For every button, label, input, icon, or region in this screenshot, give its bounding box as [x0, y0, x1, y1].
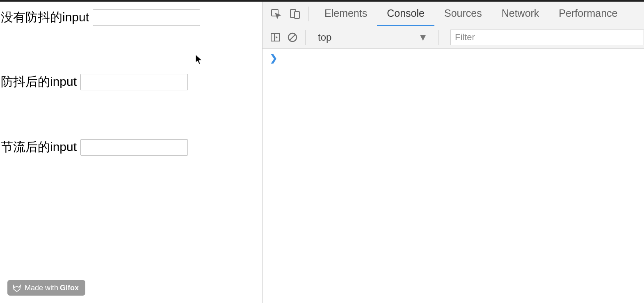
tab-sources[interactable]: Sources	[434, 2, 492, 26]
tab-console[interactable]: Console	[377, 2, 434, 26]
tab-elements[interactable]: Elements	[315, 2, 377, 26]
svg-rect-2	[295, 11, 299, 18]
chevron-down-icon: ▼	[418, 32, 428, 43]
field-row-debounce: 防抖后的input	[0, 73, 262, 90]
gifox-brand: Gifox	[60, 284, 79, 292]
field-row-nodebounce: 没有防抖的input	[0, 9, 262, 26]
separator	[438, 30, 439, 45]
devtools-tabbar: Elements Console Sources Network Perform…	[263, 2, 644, 26]
fox-icon	[12, 283, 21, 292]
gifox-prefix: Made with	[25, 284, 58, 292]
label-throttle: 节流后的input	[1, 139, 77, 156]
input-nodebounce[interactable]	[93, 9, 200, 26]
context-selector-label: top	[318, 32, 331, 43]
toggle-device-icon[interactable]	[285, 5, 304, 23]
devtools-panel: Elements Console Sources Network Perform…	[263, 2, 644, 303]
label-nodebounce: 没有防抖的input	[1, 9, 89, 26]
tab-console-label: Console	[387, 7, 425, 19]
svg-line-6	[290, 34, 295, 40]
tab-network[interactable]: Network	[492, 2, 549, 26]
input-debounce[interactable]	[80, 74, 188, 90]
main-area: 没有防抖的input 防抖后的input 节流后的input Made with…	[0, 2, 644, 303]
label-debounce: 防抖后的input	[1, 73, 77, 90]
console-prompt-icon: ❯	[270, 53, 277, 63]
input-throttle[interactable]	[80, 139, 188, 156]
cursor-icon	[195, 54, 203, 65]
context-selector[interactable]: top ▼	[311, 32, 434, 43]
console-body[interactable]: ❯	[263, 49, 644, 303]
separator	[305, 30, 306, 45]
filter-box	[450, 30, 644, 45]
console-toolbar: top ▼	[263, 26, 644, 49]
svg-rect-3	[271, 34, 279, 41]
tab-performance-label: Performance	[559, 7, 617, 19]
gifox-badge[interactable]: Made with Gifox	[7, 280, 85, 296]
separator	[308, 7, 309, 21]
tab-elements-label: Elements	[324, 7, 367, 19]
page-panel: 没有防抖的input 防抖后的input 节流后的input Made with…	[0, 2, 263, 303]
console-sidebar-toggle-icon[interactable]	[267, 29, 284, 46]
tab-network-label: Network	[502, 7, 539, 19]
field-row-throttle: 节流后的input	[0, 139, 262, 156]
clear-console-icon[interactable]	[284, 29, 301, 46]
tab-performance[interactable]: Performance	[549, 2, 627, 26]
tab-sources-label: Sources	[444, 7, 482, 19]
filter-input[interactable]	[450, 30, 644, 45]
inspect-element-icon[interactable]	[267, 5, 285, 23]
